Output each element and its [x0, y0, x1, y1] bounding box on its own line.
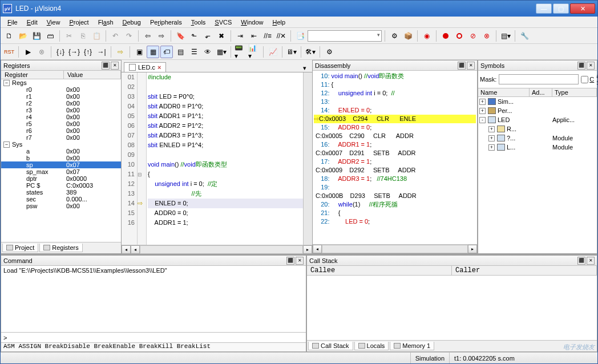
cs-header-callee[interactable]: Callee — [307, 266, 452, 275]
command-pin-icon[interactable]: ⬛ — [286, 257, 294, 265]
sym-header-type[interactable]: Type — [552, 88, 597, 96]
breakpoint-insert-button[interactable] — [439, 30, 452, 42]
redo-button[interactable]: ↷ — [123, 30, 135, 42]
register-row[interactable]: r70x00 — [1, 134, 121, 141]
step-over-button[interactable]: {→} — [68, 46, 80, 58]
symbol-row[interactable]: -LEDApplic... — [478, 115, 597, 124]
command-close-icon[interactable]: ✕ — [296, 257, 304, 265]
callstack-pin-icon[interactable]: ⬛ — [577, 257, 585, 265]
command-output[interactable]: Load "E:\\Projects\\KDB-MCS51\\Examples\… — [1, 266, 306, 332]
register-row[interactable]: sp_max0x07 — [1, 168, 121, 175]
bookmark-prev-button[interactable]: ⬑ — [188, 30, 200, 42]
register-row[interactable]: r10x00 — [1, 93, 121, 100]
scroll-right-icon[interactable]: ▸ — [303, 245, 312, 254]
breakpoint-killall-button[interactable]: ⊗ — [480, 30, 493, 42]
register-row[interactable]: sp0x07 — [1, 161, 121, 168]
indent-button[interactable]: ⇥ — [234, 30, 247, 42]
symbol-row[interactable]: +L...Module — [478, 143, 597, 152]
find-combo[interactable] — [308, 30, 382, 42]
disasm-window-button[interactable]: ▦ — [147, 46, 159, 58]
save-button[interactable]: 💾 — [30, 30, 43, 42]
options-button[interactable]: ⚙ — [323, 46, 336, 58]
toolbox-button[interactable]: 🛠▾ — [304, 46, 317, 58]
callstack-window-button[interactable]: ☰ — [188, 46, 200, 58]
minimize-button[interactable]: — — [536, 3, 552, 14]
build-button[interactable]: ⚙ — [388, 30, 401, 42]
bookmark-next-button[interactable]: ⬐ — [201, 30, 214, 42]
symbol-row[interactable]: +Per... — [478, 106, 597, 115]
register-row[interactable]: PC $C:0x0003 — [1, 182, 121, 189]
scroll-left2-icon[interactable]: ◂ — [131, 245, 140, 254]
registers-window-button[interactable]: ▤ — [174, 46, 187, 58]
scroll-left-icon[interactable]: ◂ — [122, 245, 131, 254]
find-in-files-button[interactable]: 📑 — [294, 30, 306, 42]
memory-window-button[interactable]: ▦▾ — [215, 46, 228, 58]
debug-button[interactable]: ◉ — [421, 30, 433, 42]
register-row[interactable]: r30x00 — [1, 107, 121, 114]
nav-fwd-button[interactable]: ⇨ — [155, 30, 168, 42]
command-window-button[interactable]: ▣ — [133, 46, 146, 58]
cs-header-caller[interactable]: Caller — [452, 266, 597, 275]
callstack-body[interactable] — [307, 276, 597, 340]
analysis-window-button[interactable]: 📊▾ — [248, 46, 260, 58]
tree-collapse-icon[interactable]: − — [3, 141, 10, 148]
symbols-pin-icon[interactable]: ⬛ — [577, 62, 585, 70]
disassembly-close-icon[interactable]: ✕ — [467, 62, 475, 70]
bookmark-button[interactable]: 🔖 — [174, 30, 187, 42]
step-out-button[interactable]: {↑} — [82, 46, 94, 58]
menu-tools[interactable]: Tools — [187, 18, 211, 27]
disassembly-view[interactable]: 10: void main() //void即函数类 11: { 12: uns… — [313, 71, 477, 244]
symbol-row[interactable]: +?...Module — [478, 134, 597, 143]
comment-button[interactable]: //≡ — [261, 30, 274, 42]
run-to-cursor-button[interactable]: →| — [95, 46, 108, 58]
window-layout-button[interactable]: ▤▾ — [499, 30, 512, 42]
menu-file[interactable]: File — [3, 18, 22, 27]
scroll-right-icon[interactable]: ▸ — [468, 245, 477, 253]
show-next-button[interactable]: ⇨ — [114, 46, 127, 58]
sym-header-addr[interactable]: Ad... — [530, 88, 552, 96]
system-viewer-button[interactable]: 🖥▾ — [285, 46, 298, 58]
saveall-button[interactable]: 🗃 — [44, 30, 56, 42]
tab-project[interactable]: Project — [2, 244, 38, 252]
breakpoint-toggle-button[interactable] — [453, 30, 466, 42]
open-button[interactable]: 📂 — [17, 30, 29, 42]
symbols-window-button[interactable]: 🏷 — [160, 46, 173, 58]
cut-button[interactable]: ✂ — [63, 30, 75, 42]
register-row[interactable]: r20x00 — [1, 100, 121, 107]
maximize-button[interactable]: ▢ — [553, 3, 569, 14]
register-row[interactable]: dptr0x0000 — [1, 175, 121, 182]
register-row[interactable]: psw0x00 — [1, 203, 121, 209]
command-input[interactable]: > — [1, 332, 306, 342]
copy-button[interactable]: ⎘ — [76, 30, 89, 42]
symbols-tree[interactable]: +Sim...+Per...-LEDApplic...+R...+?...Mod… — [478, 97, 597, 253]
tab-registers[interactable]: Registers — [39, 244, 82, 252]
reg-header-value[interactable]: Value — [64, 71, 121, 79]
paste-button[interactable]: 📋 — [90, 30, 103, 42]
disasm-hscroll[interactable]: ◂ ▸ — [313, 244, 477, 253]
editor-vscrollbar[interactable] — [303, 72, 312, 245]
nav-back-button[interactable]: ⇦ — [142, 30, 154, 42]
registers-close-icon[interactable]: ✕ — [111, 62, 119, 70]
run-button[interactable]: ▶ — [22, 46, 34, 58]
disassembly-pin-icon[interactable]: ⬛ — [458, 62, 466, 70]
file-tabs-dropdown-icon[interactable]: ▾ — [300, 64, 310, 72]
menu-flash[interactable]: Flash — [94, 18, 118, 27]
tab-callstack[interactable]: Call Stack — [308, 342, 353, 350]
symbol-row[interactable]: +R... — [478, 124, 597, 134]
register-row[interactable]: r60x00 — [1, 127, 121, 134]
scroll-left-icon[interactable]: ◂ — [313, 245, 322, 253]
trace-window-button[interactable]: 📈 — [266, 46, 279, 58]
register-row[interactable]: r00x00 — [1, 86, 121, 93]
register-row[interactable]: r40x00 — [1, 114, 121, 120]
tree-collapse-icon[interactable]: − — [3, 80, 10, 86]
menu-window[interactable]: Window — [236, 18, 268, 27]
code-editor[interactable]: 01020304050607080910111213141516 ⊟⇨ #inc… — [122, 72, 312, 245]
menu-view[interactable]: View — [42, 18, 65, 27]
breakpoint-disable-button[interactable]: ⊘ — [467, 30, 479, 42]
menu-svcs[interactable]: SVCS — [210, 18, 236, 27]
mask-input[interactable] — [499, 74, 579, 84]
new-button[interactable]: 🗋 — [3, 30, 15, 42]
serial-window-button[interactable]: 📟▾ — [234, 46, 247, 58]
stop-button[interactable]: ⊗ — [35, 46, 48, 58]
registers-pin-icon[interactable]: ⬛ — [102, 62, 110, 70]
